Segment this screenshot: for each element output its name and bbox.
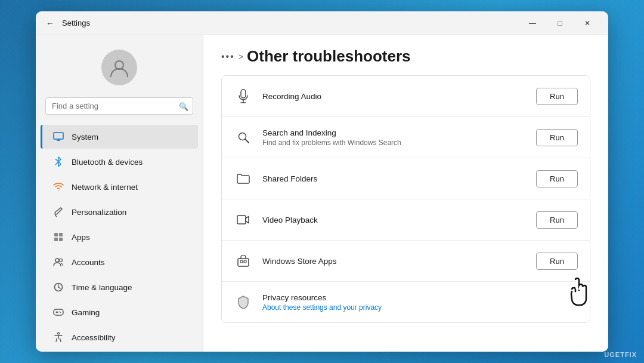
back-button[interactable]: ←: [43, 16, 57, 30]
breadcrumb-dots: •••: [221, 51, 235, 62]
titlebar: ← Settings — □ ✕: [36, 11, 608, 35]
apps-icon: [52, 231, 64, 243]
svg-rect-9: [54, 309, 63, 315]
ts-item-privacy-resources: Privacy resources About these settings a…: [222, 282, 590, 322]
sidebar-item-system[interactable]: System: [41, 125, 198, 149]
brush-icon: [52, 206, 64, 218]
ts-item-shared-folders: Shared Folders Run: [222, 158, 590, 199]
avatar-icon: [109, 57, 130, 78]
close-button[interactable]: ✕: [574, 11, 601, 35]
ts-item-search-indexing-desc: Find and fix problems with Windows Searc…: [262, 139, 527, 147]
ts-item-recording-audio-text: Recording Audio: [262, 92, 527, 101]
svg-point-6: [55, 259, 59, 262]
ts-item-privacy-resources-text: Privacy resources About these settings a…: [262, 293, 578, 312]
ts-item-windows-store-apps-name: Windows Store Apps: [262, 257, 527, 266]
breadcrumb-sep: >: [239, 52, 243, 61]
svg-rect-5: [59, 238, 63, 241]
window-title: Settings: [62, 19, 90, 27]
run-video-playback-button[interactable]: Run: [536, 211, 578, 229]
svg-line-15: [246, 140, 249, 143]
main-content: ••• > Other troubleshooters Recording Au…: [203, 35, 608, 352]
breadcrumb: ••• > Other troubleshooters: [221, 47, 590, 66]
sidebar-item-network[interactable]: Network & internet: [41, 175, 198, 199]
svg-point-14: [239, 133, 246, 140]
mic-icon: [234, 87, 253, 106]
ts-item-video-playback-text: Video Playback: [262, 216, 527, 224]
accessibility-icon: [52, 331, 64, 343]
run-windows-store-apps-button[interactable]: Run: [536, 253, 578, 270]
video-icon: [234, 210, 253, 229]
ts-item-windows-store-apps-text: Windows Store Apps: [262, 257, 527, 266]
sidebar-item-personalization-label: Personalization: [72, 208, 126, 217]
ts-item-windows-store-apps: Windows Store Apps Run: [222, 241, 590, 282]
svg-rect-19: [244, 260, 246, 263]
troubleshooter-list: Recording Audio Run Search and Indexing …: [221, 75, 590, 323]
sidebar-item-time-label: Time & language: [72, 283, 132, 292]
ts-item-video-playback: Video Playback Run: [222, 199, 590, 241]
svg-rect-3: [59, 233, 63, 236]
window-controls: — □ ✕: [519, 11, 601, 35]
ts-item-privacy-resources-name: Privacy resources: [262, 293, 578, 302]
svg-rect-4: [54, 238, 58, 241]
settings-window: ← Settings — □ ✕: [36, 11, 608, 352]
page-title: Other troubleshooters: [247, 47, 410, 66]
sidebar-item-system-label: System: [72, 133, 98, 141]
avatar: [101, 50, 137, 85]
search-ts-icon: [234, 128, 253, 147]
window-content: 🔍 System Bluetooth & devices: [36, 35, 608, 352]
store-icon: [234, 251, 253, 270]
sidebar-item-accessibility[interactable]: Accessibility: [41, 325, 198, 349]
sidebar-item-apps[interactable]: Apps: [41, 225, 198, 249]
svg-rect-1: [54, 133, 63, 139]
ts-item-recording-audio-name: Recording Audio: [262, 92, 527, 101]
svg-point-7: [60, 259, 63, 262]
minimize-button[interactable]: —: [519, 11, 546, 35]
sidebar-item-network-label: Network & internet: [72, 183, 138, 192]
run-recording-audio-button[interactable]: Run: [536, 88, 578, 105]
run-search-indexing-button[interactable]: Run: [536, 129, 578, 146]
search-box: 🔍: [45, 97, 193, 115]
ts-item-recording-audio: Recording Audio Run: [222, 76, 590, 117]
svg-rect-17: [238, 259, 249, 266]
sidebar-item-gaming-label: Gaming: [72, 308, 100, 317]
svg-point-0: [115, 61, 123, 69]
sidebar-item-personalization[interactable]: Personalization: [41, 200, 198, 224]
sidebar-item-apps-label: Apps: [72, 233, 90, 242]
ts-item-shared-folders-name: Shared Folders: [262, 174, 527, 183]
sidebar-item-gaming[interactable]: Gaming: [41, 300, 198, 324]
search-input[interactable]: [45, 97, 193, 115]
monitor-icon: [52, 131, 64, 143]
svg-rect-16: [237, 216, 246, 224]
sidebar-item-time[interactable]: Time & language: [41, 275, 198, 299]
run-shared-folders-button[interactable]: Run: [536, 170, 578, 187]
shield-icon: [234, 293, 253, 312]
sidebar-item-bluetooth-label: Bluetooth & devices: [72, 158, 143, 167]
accounts-icon: [52, 256, 64, 268]
svg-rect-2: [54, 233, 58, 236]
svg-rect-18: [240, 260, 243, 263]
maximize-button[interactable]: □: [546, 11, 574, 35]
ts-item-search-indexing-name: Search and Indexing: [262, 128, 527, 137]
clock-icon: [52, 281, 64, 293]
ts-item-shared-folders-text: Shared Folders: [262, 174, 527, 183]
sidebar-item-accessibility-label: Accessibility: [72, 333, 116, 342]
sidebar-item-bluetooth[interactable]: Bluetooth & devices: [41, 150, 198, 174]
sidebar-item-accounts-label: Accounts: [72, 258, 105, 267]
ts-item-video-playback-name: Video Playback: [262, 216, 527, 224]
privacy-link[interactable]: About these settings and your privacy: [262, 303, 578, 312]
svg-rect-11: [241, 90, 246, 98]
sidebar-item-accounts[interactable]: Accounts: [41, 250, 198, 274]
network-icon: [52, 181, 64, 193]
avatar-area: [36, 45, 203, 97]
ts-item-search-indexing: Search and Indexing Find and fix problem…: [222, 117, 590, 158]
desktop: ← Settings — □ ✕: [0, 0, 644, 363]
sidebar: 🔍 System Bluetooth & devices: [36, 35, 203, 352]
gaming-icon: [52, 306, 64, 318]
svg-point-10: [58, 333, 60, 334]
ts-item-search-indexing-text: Search and Indexing Find and fix problem…: [262, 128, 527, 147]
folder-icon: [234, 169, 253, 188]
bluetooth-icon: [52, 156, 64, 168]
search-icon: 🔍: [179, 101, 188, 110]
